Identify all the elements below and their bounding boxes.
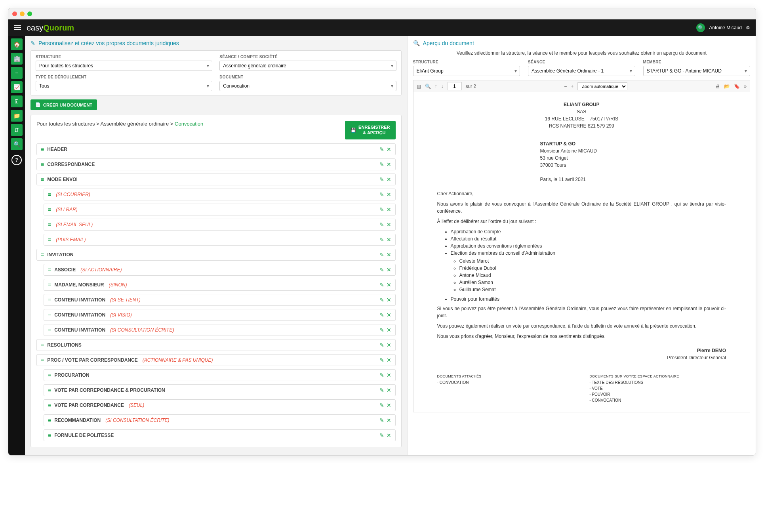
drag-icon[interactable]: ≡ <box>48 282 51 288</box>
close-icon[interactable]: ✕ <box>387 432 391 439</box>
close-icon[interactable]: ✕ <box>387 252 391 258</box>
print-icon[interactable]: 🖨 <box>715 84 720 89</box>
close-icon[interactable]: ✕ <box>387 297 391 303</box>
close-icon[interactable]: ✕ <box>387 191 391 198</box>
close-icon[interactable]: ✕ <box>387 236 391 243</box>
edit-icon[interactable]: ✎ <box>379 176 384 183</box>
drag-icon[interactable]: ≡ <box>48 387 51 393</box>
close-icon[interactable]: ✕ <box>387 357 391 363</box>
close-icon[interactable]: ✕ <box>387 417 391 423</box>
close-icon[interactable]: ✕ <box>387 402 391 408</box>
edit-icon[interactable]: ✎ <box>379 342 384 348</box>
more-icon[interactable]: » <box>744 84 747 89</box>
nav-building-icon[interactable]: 🏢 <box>11 53 23 65</box>
edit-icon[interactable]: ✎ <box>379 432 384 439</box>
edit-icon[interactable]: ✎ <box>379 146 384 153</box>
drag-icon[interactable]: ≡ <box>48 236 51 243</box>
create-document-button[interactable]: 📄 CRÉER UN DOCUMENT <box>30 99 97 110</box>
edit-icon[interactable]: ✎ <box>379 357 384 363</box>
close-dot[interactable] <box>12 11 17 16</box>
gear-icon[interactable]: ⚙ <box>746 25 750 31</box>
drag-icon[interactable]: ≡ <box>48 221 51 228</box>
edit-icon[interactable]: ✎ <box>379 267 384 273</box>
preview-structure-select[interactable]: EliAnt Group <box>413 66 520 76</box>
edit-icon[interactable]: ✎ <box>379 236 384 243</box>
edit-icon[interactable]: ✎ <box>379 297 384 303</box>
drag-icon[interactable]: ≡ <box>48 402 51 408</box>
close-icon[interactable]: ✕ <box>387 387 391 393</box>
drag-icon[interactable]: ≡ <box>48 191 51 198</box>
search-icon[interactable]: 🔍 <box>696 23 705 32</box>
edit-icon[interactable]: ✎ <box>379 387 384 393</box>
preview-seance-select[interactable]: Assemblée Générale Ordinaire - 1 <box>528 66 635 76</box>
bookmark-icon[interactable]: 🔖 <box>734 84 740 89</box>
nav-chart-icon[interactable]: 📈 <box>11 81 23 93</box>
edit-icon[interactable]: ✎ <box>379 312 384 318</box>
zoom-select[interactable]: Zoom automatique <box>577 82 627 90</box>
edit-icon[interactable]: ✎ <box>379 402 384 408</box>
doc-p5: Nous vous prions d'agréer, Monsieur, l'e… <box>437 333 726 340</box>
edit-icon[interactable]: ✎ <box>379 327 384 333</box>
page-down-icon[interactable]: ↓ <box>441 84 444 89</box>
nav-search-icon[interactable]: 🔍 <box>11 138 23 150</box>
nav-home-icon[interactable]: 🏠 <box>11 38 23 50</box>
drag-icon[interactable]: ≡ <box>48 297 51 303</box>
nav-calendar-icon[interactable]: 🗓 <box>11 95 23 107</box>
block-contenu2: CONTENU INVITATION <box>54 312 105 318</box>
edit-icon[interactable]: ✎ <box>379 282 384 288</box>
close-icon[interactable]: ✕ <box>387 327 391 333</box>
drag-icon[interactable]: ≡ <box>48 312 51 318</box>
zoom-out-icon[interactable]: − <box>564 84 567 89</box>
edit-icon[interactable]: ✎ <box>379 206 384 213</box>
drag-icon[interactable]: ≡ <box>48 206 51 213</box>
nav-folder-icon[interactable]: 📁 <box>11 110 23 122</box>
drag-icon[interactable]: ≡ <box>41 252 44 258</box>
nav-org-icon[interactable]: ⇵ <box>11 124 23 136</box>
edit-icon[interactable]: ✎ <box>379 191 384 198</box>
close-icon[interactable]: ✕ <box>387 146 391 153</box>
menu-icon[interactable] <box>14 25 21 30</box>
nav-help-icon[interactable]: ? <box>11 155 22 165</box>
drag-icon[interactable]: ≡ <box>48 372 51 378</box>
save-preview-button[interactable]: 💾 ENREGISTRER& APERÇU <box>345 121 395 139</box>
drag-icon[interactable]: ≡ <box>48 417 51 423</box>
drag-icon[interactable]: ≡ <box>41 342 44 348</box>
drag-icon[interactable]: ≡ <box>41 357 44 363</box>
drag-icon[interactable]: ≡ <box>48 267 51 273</box>
type-select[interactable]: Tous <box>36 81 212 91</box>
close-icon[interactable]: ✕ <box>387 342 391 348</box>
close-icon[interactable]: ✕ <box>387 282 391 288</box>
close-icon[interactable]: ✕ <box>387 176 391 183</box>
edit-icon[interactable]: ✎ <box>379 221 384 228</box>
nav-list-icon[interactable]: ≡ <box>11 67 23 79</box>
edit-icon[interactable]: ✎ <box>379 417 384 423</box>
drag-icon[interactable]: ≡ <box>41 176 44 183</box>
zoom-in-icon[interactable]: + <box>571 84 573 89</box>
close-icon[interactable]: ✕ <box>387 312 391 318</box>
edit-icon[interactable]: ✎ <box>379 161 384 168</box>
max-dot[interactable] <box>27 11 32 16</box>
drag-icon[interactable]: ≡ <box>48 432 51 439</box>
preview-membre-select[interactable]: STARTUP & GO - Antoine MICAUD <box>643 66 750 76</box>
user-name[interactable]: Antoine Micaud <box>709 25 742 31</box>
edit-icon[interactable]: ✎ <box>379 252 384 258</box>
close-icon[interactable]: ✕ <box>387 372 391 378</box>
structure-select[interactable]: Pour toutes les structures <box>36 61 212 71</box>
page-up-icon[interactable]: ↑ <box>435 84 437 89</box>
close-icon[interactable]: ✕ <box>387 206 391 213</box>
search-icon[interactable]: 🔍 <box>425 84 431 89</box>
drag-icon[interactable]: ≡ <box>48 327 51 333</box>
document-select[interactable]: Convocation <box>219 81 396 91</box>
open-icon[interactable]: 📂 <box>724 84 730 89</box>
logo[interactable]: easyQuorum <box>27 23 74 32</box>
close-icon[interactable]: ✕ <box>387 161 391 168</box>
close-icon[interactable]: ✕ <box>387 221 391 228</box>
drag-icon[interactable]: ≡ <box>41 146 44 153</box>
close-icon[interactable]: ✕ <box>387 267 391 273</box>
page-input[interactable] <box>448 82 462 90</box>
seance-select[interactable]: Assemblée générale ordinaire <box>219 61 396 71</box>
sidebar-icon[interactable]: ▤ <box>417 84 421 89</box>
min-dot[interactable] <box>20 11 25 16</box>
edit-icon[interactable]: ✎ <box>379 372 384 378</box>
drag-icon[interactable]: ≡ <box>41 161 44 168</box>
